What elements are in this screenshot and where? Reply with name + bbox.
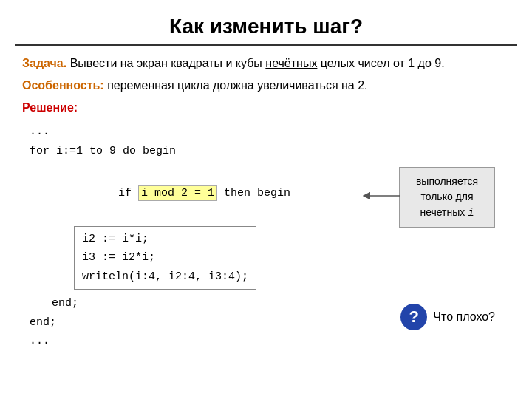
feature-paragraph: Особенность: переменная цикла должна уве… [22,77,510,95]
page-title: Как изменить шаг? [15,7,517,46]
if-pre: if [118,187,138,200]
feature-label: Особенность: [22,79,104,92]
main-content: Задача. Вывести на экран квадраты и кубы… [15,55,517,351]
page: Как изменить шаг? Задача. Вывести на экр… [0,0,532,399]
code-area: ... for i:=1 to 9 do begin if i mod 2 = … [22,123,510,351]
if-highlight: i mod 2 = 1 [138,185,217,201]
task-text: Вывести на экран квадраты и кубы [66,57,265,69]
task-label: Задача. [22,57,66,69]
code-dots2: ... [30,332,510,351]
task-paragraph: Задача. Вывести на экран квадраты и кубы… [22,55,510,72]
question-text: Что плохо? [433,310,495,324]
code-for-line: for i:=1 to 9 do begin [30,142,510,161]
inner-line2: i3 := i2*i; [82,248,248,267]
question-row[interactable]: ? Что плохо? [400,304,495,330]
inner-code-box: i2 := i*i; i3 := i2*i; writeln(i:4, i2:4… [74,226,256,290]
inner-line3: writeln(i:4, i2:4, i3:4); [82,267,248,287]
inner-line1: i2 := i*i; [82,230,248,249]
feature-text: переменная цикла должна увеличиваться на… [104,79,368,92]
code-dots1: ... [30,123,510,142]
callout-arrow [360,188,400,204]
task-underline: нечётных [265,57,317,69]
question-icon[interactable]: ? [400,304,427,330]
solution-label-paragraph: Решение: [22,99,510,117]
if-post: then begin [217,187,290,200]
solution-label: Решение: [22,101,78,114]
callout-var: i [468,207,474,219]
callout-box: выполняется только для нечетных i [399,167,495,228]
task-text2: целых чисел от 1 до 9. [317,57,444,69]
